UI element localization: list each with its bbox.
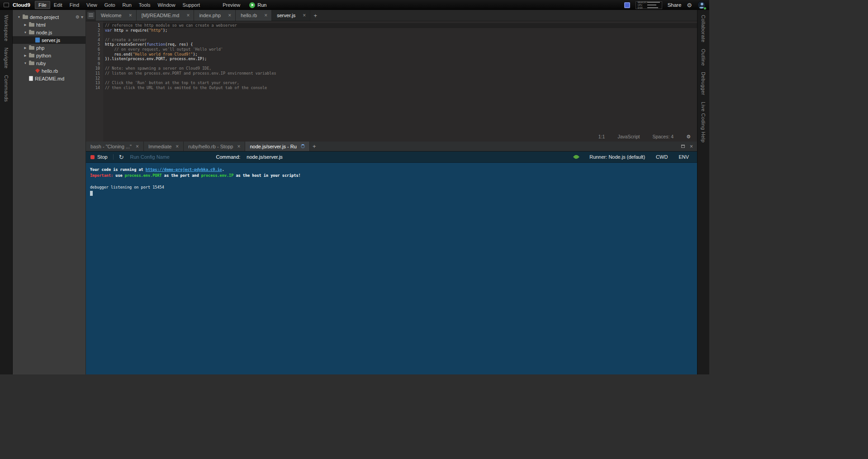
cwd-button[interactable]: CWD <box>656 154 668 160</box>
code-line: // listen on the process.env.PORT and pr… <box>103 71 697 76</box>
command-value[interactable]: node.js/server.js <box>247 154 282 160</box>
tab-server-js[interactable]: server.js× <box>272 10 310 21</box>
project-settings-caret-icon[interactable]: ▾ <box>81 14 83 19</box>
console-tabbar: bash - "Cloning ..."×Immediate×ruby/hell… <box>86 142 697 151</box>
tab-close-icon[interactable]: × <box>228 13 231 18</box>
project-actions: ⚙▾ <box>76 14 83 19</box>
menu-find[interactable]: Find <box>66 1 83 9</box>
code-line: // Note: when spawning a server on Cloud… <box>103 66 697 71</box>
tab-close-icon[interactable]: × <box>175 144 179 149</box>
editor-gutter: 1234567891011121314 <box>86 21 103 142</box>
share-button[interactable]: Share <box>668 2 682 8</box>
menu-edit[interactable]: Edit <box>50 1 66 9</box>
tree-item-ruby[interactable]: ▼ruby <box>13 59 85 67</box>
menu-view[interactable]: View <box>83 1 101 9</box>
tab-close-icon[interactable]: × <box>186 13 190 18</box>
tab-list-icon[interactable] <box>87 12 95 19</box>
tree-item-label: ruby <box>36 61 46 66</box>
tree-closed-arrow-icon[interactable]: ▶ <box>24 46 27 50</box>
menu-tools[interactable]: Tools <box>135 1 154 9</box>
tab-m-readme-md[interactable]: [M]/README.md× <box>137 10 194 21</box>
new-console-tab-button[interactable]: + <box>310 142 319 151</box>
console-text: as the host in your scripts! <box>233 173 300 178</box>
code-line: http.createServer(function(req, res) { <box>103 42 697 47</box>
editor-statusbar: 1:1 JavaScript Spaces: 4 ⚙ <box>598 134 691 139</box>
new-tab-button[interactable]: + <box>310 10 320 21</box>
run-button[interactable]: Run <box>245 2 271 8</box>
rail-navigate[interactable]: Navigate <box>4 47 9 69</box>
console-tab-bash-cloning[interactable]: bash - "Cloning ..."× <box>86 142 144 151</box>
tree-item-label: server.js <box>42 38 60 43</box>
restart-icon[interactable]: ↻ <box>119 154 124 160</box>
rail-collaborate[interactable]: Collaborate <box>701 15 706 43</box>
tree-open-arrow-icon[interactable]: ▼ <box>24 31 27 34</box>
editor-code[interactable]: // reference the http module so we can c… <box>103 21 697 142</box>
tree-open-arrow-icon[interactable]: ▼ <box>24 62 27 65</box>
tree-item-html[interactable]: ▶html <box>13 21 85 28</box>
code-token: var <box>105 28 112 33</box>
collab-icon[interactable] <box>624 2 630 8</box>
rail-outline[interactable]: Outline <box>701 49 706 66</box>
tab-welcome[interactable]: Welcome× <box>96 10 137 21</box>
menubar: Cloud9 FileEditFindViewGotoRunToolsWindo… <box>0 0 709 10</box>
preferences-gear-icon[interactable]: ⚙ <box>687 2 692 8</box>
tab-close-icon[interactable]: × <box>264 13 267 18</box>
tab-close-icon[interactable]: × <box>136 144 139 149</box>
console-text: process.env.PORT <box>125 173 162 178</box>
code-line: // Click the 'Run' button at the top to … <box>103 80 697 85</box>
tree-item-python[interactable]: ▶python <box>13 52 85 59</box>
stop-button[interactable]: Stop <box>90 154 114 160</box>
console-line: Important: use process.env.PORT as the p… <box>90 173 693 179</box>
menu-list: FileEditFindViewGotoRunToolsWindowSuppor… <box>35 0 204 10</box>
tree-open-arrow-icon[interactable]: ▼ <box>17 15 21 19</box>
code-line: var http = require("http"); <box>103 28 697 33</box>
menu-support[interactable]: Support <box>179 1 204 9</box>
menu-run[interactable]: Run <box>119 1 135 9</box>
tree-item-demo-project[interactable]: ▼demo-project⚙▾ <box>13 13 85 21</box>
file-tree-panel: ▼demo-project⚙▾▶html▼node.jsserver.js▶ph… <box>13 10 86 374</box>
console-text: https://demo-project-pdybka.c9.io <box>146 167 222 172</box>
menu-file[interactable]: File <box>35 1 50 9</box>
tree-closed-arrow-icon[interactable]: ▶ <box>24 54 27 57</box>
window-controls-icon[interactable] <box>4 3 9 7</box>
editor-settings-gear-icon[interactable]: ⚙ <box>686 134 691 139</box>
tab-close-icon[interactable]: × <box>129 13 132 18</box>
stop-icon <box>90 155 95 159</box>
tab-close-icon[interactable]: × <box>303 13 306 18</box>
rail-workspace[interactable]: Workspace <box>4 15 9 41</box>
env-button[interactable]: ENV <box>678 154 689 160</box>
tree-item-php[interactable]: ▶php <box>13 44 85 52</box>
run-config-input[interactable] <box>129 154 190 160</box>
tab-label: index.php <box>199 13 221 18</box>
user-avatar[interactable] <box>697 1 706 9</box>
loading-spinner-icon <box>301 144 305 148</box>
close-console-icon[interactable]: × <box>690 144 693 149</box>
preview-button[interactable]: Preview <box>218 2 245 8</box>
rail-commands[interactable]: Commands <box>4 75 9 102</box>
syntax-mode[interactable]: JavaScript <box>617 134 640 139</box>
maximize-console-icon[interactable] <box>681 145 685 148</box>
tree-closed-arrow-icon[interactable]: ▶ <box>24 23 27 27</box>
runner-selector[interactable]: Runner: Node.js (default) <box>589 154 645 160</box>
tree-item-readme-md[interactable]: README.md <box>13 75 85 82</box>
console-tab-node-js-server-js-ru[interactable]: node.js/server.js - Ru <box>245 142 309 151</box>
rail-live-coding-help[interactable]: Live Coding Help <box>701 102 706 142</box>
cursor-position[interactable]: 1:1 <box>598 134 605 139</box>
tab-index-php[interactable]: index.php× <box>194 10 236 21</box>
indent-setting[interactable]: Spaces: 4 <box>652 134 674 139</box>
project-settings-gear-icon[interactable]: ⚙ <box>76 14 80 19</box>
console-tab-immediate[interactable]: Immediate× <box>144 142 184 151</box>
menu-goto[interactable]: Goto <box>101 1 119 9</box>
menu-window[interactable]: Window <box>154 1 179 9</box>
console-output[interactable]: Your code is running at https://demo-pro… <box>86 163 697 374</box>
rail-debugger[interactable]: Debugger <box>701 72 706 95</box>
code-editor[interactable]: 1234567891011121314 // reference the htt… <box>86 21 697 142</box>
tree-item-server-js[interactable]: server.js <box>13 36 85 44</box>
tree-item-node-js[interactable]: ▼node.js <box>13 28 85 36</box>
tab-close-icon[interactable]: × <box>237 144 240 149</box>
tab-hello-rb[interactable]: hello.rb× <box>236 10 272 21</box>
file-md-icon <box>29 76 33 81</box>
tree-item-hello-rb[interactable]: hello.rb <box>13 67 85 75</box>
console-tab-ruby-hello-rb-stopp[interactable]: ruby/hello.rb - Stopp× <box>184 142 245 151</box>
runner-leaf-icon[interactable] <box>573 154 579 160</box>
